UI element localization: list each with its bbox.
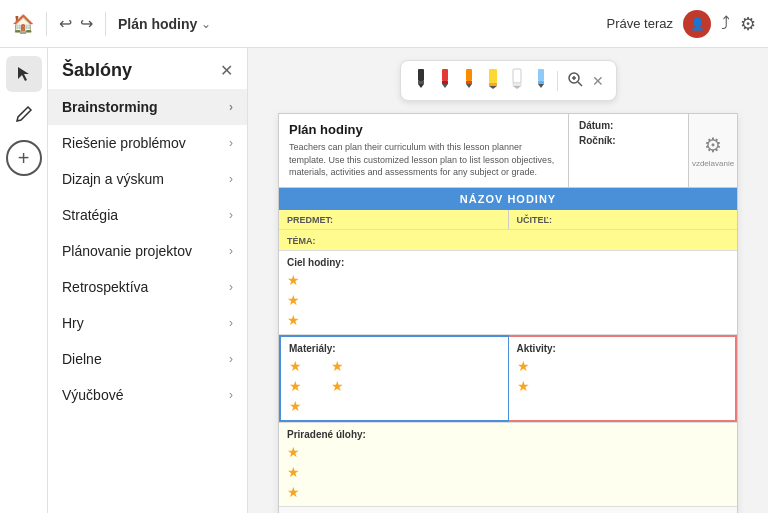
star-icon: ★ <box>331 378 369 394</box>
priradene-section: Priradené úlohy: ★ ★ ★ <box>279 423 737 507</box>
svg-marker-11 <box>489 86 497 89</box>
add-button[interactable]: + <box>6 140 42 176</box>
predmet-label: PREDMET: <box>287 215 333 225</box>
title-chevron-icon[interactable]: ⌄ <box>201 17 211 31</box>
svg-rect-15 <box>538 69 544 81</box>
chevron-right-icon: › <box>229 208 233 222</box>
star-icon: ★ <box>289 398 327 414</box>
orange-pen-tool[interactable] <box>461 67 477 94</box>
svg-marker-2 <box>418 84 424 88</box>
svg-rect-10 <box>489 83 497 86</box>
aktivity-section: Aktivity: ★ ★ <box>509 335 738 422</box>
card-description: Teachers can plan their curriculum with … <box>289 141 558 179</box>
item-label: Brainstorming <box>62 99 158 115</box>
plus-icon: + <box>18 147 30 170</box>
svg-rect-1 <box>418 81 424 84</box>
cursor-tool[interactable] <box>6 56 42 92</box>
svg-rect-7 <box>466 81 472 84</box>
tema-label: TÉMA: <box>287 236 316 246</box>
ucitel-label: UČITEĽ: <box>517 215 553 225</box>
chevron-right-icon: › <box>229 172 233 186</box>
blue-pen-tool[interactable] <box>533 67 549 94</box>
black-pen-tool[interactable] <box>413 67 429 94</box>
ucitel-cell: UČITEĽ: <box>509 210 738 229</box>
star-icon: ★ <box>287 444 729 460</box>
ciel-section: Ciel hodiny: ★ ★ ★ <box>279 251 737 335</box>
star-icon: ★ <box>287 272 729 288</box>
svg-rect-4 <box>442 81 448 84</box>
star-icon: ★ <box>331 358 369 374</box>
svg-marker-17 <box>538 84 544 88</box>
item-label: Výučbové <box>62 387 123 403</box>
sidebar-item-dizajn[interactable]: Dizajn a výskum › <box>48 161 247 197</box>
sidebar-item-retrospektiva[interactable]: Retrospektíva › <box>48 269 247 305</box>
svg-rect-9 <box>489 69 497 83</box>
separator <box>46 12 47 36</box>
svg-marker-14 <box>513 86 521 89</box>
chevron-right-icon: › <box>229 280 233 294</box>
main-content: ✕ Plán hodiny Teachers can plan their cu… <box>248 48 768 513</box>
star-icon: ★ <box>289 358 327 374</box>
lesson-plan-card: Plán hodiny Teachers can plan their curr… <box>278 113 738 513</box>
item-label: Plánovanie projektov <box>62 243 192 259</box>
item-label: Riešenie problémov <box>62 135 186 151</box>
sidebar-item-planovanie[interactable]: Plánovanie projektov › <box>48 233 247 269</box>
sidebar-item-dielne[interactable]: Dielne › <box>48 341 247 377</box>
home-icon[interactable]: 🏠 <box>12 13 34 35</box>
materialy-label: Materiály: <box>289 343 500 354</box>
panel-close-button[interactable]: ✕ <box>220 61 233 80</box>
svg-rect-3 <box>442 69 448 81</box>
sidebar-item-vycubove[interactable]: Výučbové › <box>48 377 247 413</box>
panel-items-list: Brainstorming › Riešenie problémov › Diz… <box>48 89 247 513</box>
now-label: Práve teraz <box>607 16 673 31</box>
svg-rect-6 <box>466 69 472 81</box>
card-icon-block: ⚙ vzdelavanie <box>689 114 737 187</box>
page-title: Plán hodiny <box>118 16 197 32</box>
svg-rect-16 <box>538 81 544 84</box>
yellow-marker-tool[interactable] <box>485 67 501 94</box>
panel-title: Šablóny <box>62 60 132 81</box>
rocnik-label: Ročník: <box>579 135 616 146</box>
sidebar-item-strategia[interactable]: Stratégia › <box>48 197 247 233</box>
breadcrumb: Plán hodiny ⌄ <box>118 16 599 32</box>
redo-button[interactable]: ↪ <box>80 14 93 33</box>
materialy-section: Materiály: ★ ★ ★ ★ ★ <box>279 335 509 422</box>
star-icon: ★ <box>287 312 729 328</box>
predmet-ucitel-row: PREDMET: UČITEĽ: <box>279 210 737 230</box>
sidebar-item-riesenie[interactable]: Riešenie problémov › <box>48 125 247 161</box>
datum-field: Dátum: <box>579 120 678 131</box>
rocnik-field: Ročník: <box>579 135 678 146</box>
svg-marker-8 <box>466 84 472 88</box>
share-icon[interactable]: ⤴ <box>721 13 730 34</box>
sidebar-item-hry[interactable]: Hry › <box>48 305 247 341</box>
left-icon-bar: + <box>0 48 48 513</box>
priradene-label: Priradené úlohy: <box>287 429 729 440</box>
star-icon: ★ <box>287 484 729 500</box>
zoom-tool[interactable] <box>566 70 584 92</box>
item-label: Retrospektíva <box>62 279 148 295</box>
close-toolbar-button[interactable]: ✕ <box>592 73 604 89</box>
star-icon: ★ <box>289 378 327 394</box>
pen-tool[interactable] <box>6 96 42 132</box>
undo-button[interactable]: ↩ <box>59 14 72 33</box>
chevron-right-icon: › <box>229 100 233 114</box>
tema-row: TÉMA: <box>279 230 737 251</box>
chevron-right-icon: › <box>229 316 233 330</box>
sidebar-item-brainstorming[interactable]: Brainstorming › <box>48 89 247 125</box>
two-col-row: Materiály: ★ ★ ★ ★ ★ Aktivity: ★ ★ <box>279 335 737 423</box>
ciel-label: Ciel hodiny: <box>287 257 729 268</box>
vzdelavanie-label: vzdelavanie <box>692 159 734 168</box>
chevron-right-icon: › <box>229 388 233 402</box>
item-label: Stratégia <box>62 207 118 223</box>
eraser-tool[interactable] <box>509 67 525 94</box>
red-pen-tool[interactable] <box>437 67 453 94</box>
star-icon: ★ <box>287 464 729 480</box>
item-label: Hry <box>62 315 84 331</box>
datum-label: Dátum: <box>579 120 613 131</box>
star-icon: ★ <box>517 358 728 374</box>
main-layout: + Šablóny ✕ Brainstorming › Riešenie pro… <box>0 48 768 513</box>
chevron-right-icon: › <box>229 244 233 258</box>
card-title: Plán hodiny <box>289 122 558 137</box>
settings-icon[interactable]: ⚙ <box>740 13 756 35</box>
item-label: Dielne <box>62 351 102 367</box>
